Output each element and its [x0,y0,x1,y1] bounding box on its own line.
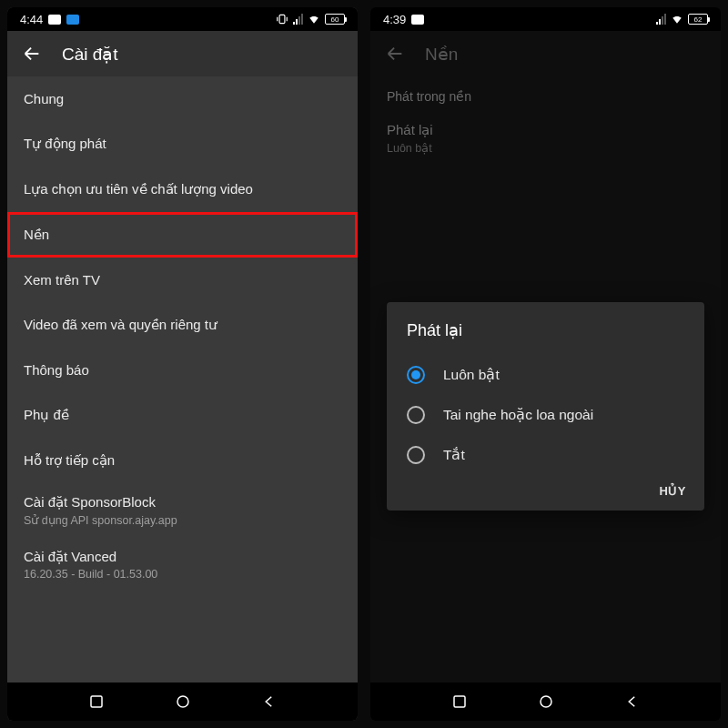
svg-rect-0 [279,15,285,23]
status-bar: 4:39 62 [370,7,721,31]
setting-item[interactable]: Thông báo [7,348,358,392]
android-nav-bar [7,682,358,721]
radio-label: Luôn bật [443,367,500,383]
nav-back-button[interactable] [261,693,278,710]
home-button[interactable] [538,693,554,710]
status-bar: 4:44 60 [7,7,358,31]
radio-icon [407,366,425,384]
setting-label: Cài đặt SponsorBlock [24,494,341,511]
setting-item[interactable]: Video đã xem và quyền riêng tư [7,302,358,348]
status-time: 4:39 [383,13,406,26]
setting-subtitle: 16.20.35 - Build - 01.53.00 [24,568,341,581]
recents-button[interactable] [451,693,468,710]
signal-icon [293,14,303,25]
nav-back-button[interactable] [624,693,641,710]
background-settings: Phát trong nền Phát lại Luôn bật Phát lạ… [370,76,721,682]
setting-label: Phát lại [387,122,704,138]
setting-label: Thông báo [24,362,341,378]
svg-point-4 [541,696,551,707]
setting-label: Cài đặt Vanced [24,549,341,565]
setting-subtitle: Sử dụng API sponsor.ajay.app [24,513,341,527]
setting-label: Phụ đề [24,407,341,423]
phone-screenshot-left: 4:44 60 Cài đặt ChungTự động phátLựa chọ… [7,7,358,721]
setting-item[interactable]: Lựa chọn ưu tiên về chất lượng video [7,167,358,212]
battery-icon: 60 [325,14,345,25]
setting-label: Video đã xem và quyền riêng tư [24,317,341,333]
radio-label: Tai nghe hoặc loa ngoài [443,407,593,423]
setting-item[interactable]: Cài đặt SponsorBlockSử dụng API sponsor.… [7,483,358,538]
recents-button[interactable] [88,693,105,710]
svg-rect-3 [454,696,465,707]
signal-icon [656,14,666,25]
android-nav-bar [370,682,721,721]
settings-list[interactable]: ChungTự động phátLựa chọn ưu tiên về chấ… [7,76,358,682]
playback-dialog: Phát lại Luôn bậtTai nghe hoặc loa ngoài… [387,302,704,511]
app-bar: Cài đặt [7,31,358,76]
setting-value: Luôn bật [387,141,704,155]
wifi-icon [308,13,320,25]
battery-icon: 62 [688,14,708,25]
setting-label: Xem trên TV [24,272,341,288]
section-header: Phát trong nền [370,76,721,111]
svg-rect-1 [91,696,102,707]
back-button[interactable] [22,44,42,64]
radio-option[interactable]: Tắt [407,435,699,475]
setting-item[interactable]: Tự động phát [7,121,358,167]
setting-label: Nền [24,227,341,243]
status-time: 4:44 [20,13,43,26]
phone-screenshot-right: 4:39 62 Nền Phát trong nền Phát lại Luôn… [370,7,721,721]
setting-item[interactable]: Phụ đề [7,392,358,438]
setting-label: Lựa chọn ưu tiên về chất lượng video [24,181,341,197]
vibrate-icon [276,13,288,25]
svg-point-2 [177,696,188,707]
setting-item[interactable]: Hỗ trợ tiếp cận [7,438,358,483]
page-title: Cài đặt [62,44,118,65]
setting-item[interactable]: Cài đặt Vanced16.20.35 - Build - 01.53.0… [7,538,358,592]
radio-icon [407,406,425,424]
radio-label: Tắt [443,447,465,463]
setting-item[interactable]: Nền [7,212,358,258]
app-bar: Nền [370,31,721,76]
back-button[interactable] [385,44,405,64]
radio-option[interactable]: Tai nghe hoặc loa ngoài [407,395,699,435]
notification-icon [48,15,61,25]
setting-label: Chung [24,91,341,106]
setting-label: Tự động phát [24,136,341,152]
home-button[interactable] [175,693,191,710]
cancel-button[interactable]: HỦY [659,484,686,498]
radio-option[interactable]: Luôn bật [407,355,699,395]
notification-icon [411,15,424,25]
wifi-icon [671,13,683,25]
setting-label: Hỗ trợ tiếp cận [24,452,341,469]
app-notification-icon [66,15,79,25]
page-title: Nền [425,44,458,65]
setting-item[interactable]: Xem trên TV [7,258,358,302]
setting-item[interactable]: Chung [7,76,358,121]
playback-setting[interactable]: Phát lại Luôn bật [370,111,721,166]
radio-icon [407,446,425,464]
dialog-title: Phát lại [407,320,699,340]
